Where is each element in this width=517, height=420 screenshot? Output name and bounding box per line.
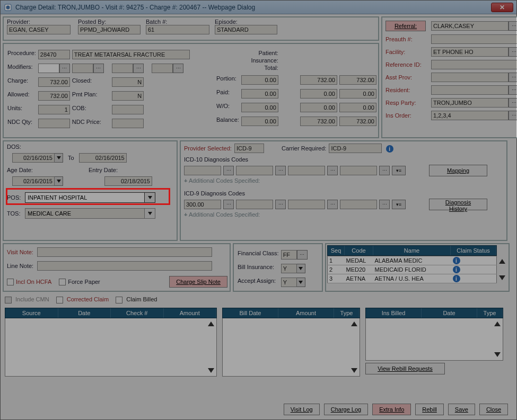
episode-field[interactable]: [215, 25, 277, 34]
extra-info-button[interactable]: Extra Info: [372, 404, 411, 415]
icd10-code4-field[interactable]: [340, 166, 377, 175]
closed-field[interactable]: [112, 77, 144, 87]
referral-field[interactable]: [431, 21, 509, 31]
carreq-info-icon[interactable]: i: [386, 145, 393, 153]
age-dropdown[interactable]: [55, 176, 63, 186]
ndcqty-field[interactable]: [38, 119, 70, 128]
table-row[interactable]: 3 AETNA AETNA / U.S. HEA i: [328, 274, 497, 283]
aa-field[interactable]: [281, 278, 297, 287]
modifier4-lookup-button[interactable]: ⋯: [173, 64, 183, 73]
visitnote-field[interactable]: [37, 247, 212, 257]
scroll-down-button[interactable]: [499, 275, 505, 280]
close-button[interactable]: Close: [479, 404, 508, 415]
dos-from-field[interactable]: [12, 153, 55, 163]
incl-hcfa-checkbox[interactable]: [7, 279, 14, 285]
pmtplan-field[interactable]: [112, 91, 144, 101]
units-field[interactable]: [38, 105, 70, 114]
icd10-code4-lookup[interactable]: ⋯: [379, 166, 390, 175]
diaghist-button[interactable]: Diagnosis History: [429, 199, 487, 210]
cob-field[interactable]: [112, 105, 144, 114]
allowed-field[interactable]: [38, 91, 70, 101]
postedby-field[interactable]: [78, 25, 141, 34]
window-close-button[interactable]: ✕: [491, 3, 513, 12]
icd10-code1-field[interactable]: [184, 166, 221, 175]
force-paper-checkbox[interactable]: [59, 279, 66, 285]
procedure-code-field[interactable]: [38, 50, 70, 59]
dos-to-field[interactable]: [79, 153, 127, 163]
icd9-code3-field[interactable]: [288, 200, 325, 209]
asst-field[interactable]: [431, 73, 509, 82]
info-icon[interactable]: i: [453, 257, 460, 264]
scroll-down-button[interactable]: [351, 368, 357, 373]
charge-field[interactable]: [38, 77, 70, 87]
asst-lookup-button[interactable]: ⋯: [509, 73, 517, 82]
table-row[interactable]: 1 MEDAL ALABAMA MEDIC i: [328, 256, 497, 265]
icd9-code4-lookup[interactable]: ⋯: [379, 200, 390, 209]
tos-select[interactable]: [25, 208, 155, 219]
charge-log-button[interactable]: Charge Log: [324, 404, 369, 415]
charge-slip-button[interactable]: Charge Slip Note: [169, 276, 227, 288]
icd9-code1-field[interactable]: [184, 200, 221, 209]
procedure-desc-field[interactable]: [72, 50, 190, 59]
modifier3-lookup-button[interactable]: ⋯: [133, 64, 144, 73]
referral-button[interactable]: Referral:: [385, 21, 426, 31]
icd9-code2-lookup[interactable]: ⋯: [275, 200, 286, 209]
icd9-code3-lookup[interactable]: ⋯: [327, 200, 338, 209]
pos-dropdown-arrow[interactable]: [145, 192, 155, 203]
entry-field[interactable]: [104, 176, 152, 186]
icd10-code2-field[interactable]: [236, 166, 273, 175]
preauth-field[interactable]: [431, 34, 517, 44]
info-icon[interactable]: i: [453, 275, 460, 282]
icd9-code2-field[interactable]: [236, 200, 273, 209]
icd10-code3-lookup[interactable]: ⋯: [327, 166, 338, 175]
include-cmn-checkbox[interactable]: [5, 297, 12, 303]
batch-field[interactable]: [146, 25, 209, 34]
icd10-code2-lookup[interactable]: ⋯: [275, 166, 286, 175]
modifier4-field[interactable]: [152, 64, 173, 73]
table-row[interactable]: 2 MED20 MEDICAID FLORID i: [328, 265, 497, 274]
pos-select[interactable]: [25, 192, 155, 203]
claim-billed-checkbox[interactable]: [116, 297, 122, 303]
save-button[interactable]: Save: [448, 404, 475, 415]
facility-lookup-button[interactable]: ⋯: [509, 47, 517, 57]
visit-log-button[interactable]: Visit Log: [284, 404, 320, 415]
facility-field[interactable]: [431, 47, 509, 57]
resp-field[interactable]: [431, 98, 509, 108]
resident-lookup-button[interactable]: ⋯: [509, 85, 517, 95]
ins-lookup-button[interactable]: ⋯: [509, 111, 517, 120]
scroll-up-button[interactable]: [499, 259, 505, 264]
aa-dropdown[interactable]: [297, 278, 305, 287]
refid-field[interactable]: [431, 60, 517, 69]
scroll-up-button[interactable]: [208, 321, 214, 326]
modifier3-field[interactable]: [112, 64, 133, 73]
rebill-button[interactable]: Rebill: [415, 404, 444, 415]
dos-from-dropdown[interactable]: [55, 153, 63, 163]
fc-lookup-button[interactable]: ⋯: [297, 250, 308, 260]
provider-field[interactable]: [7, 25, 71, 34]
icd10-code3-field[interactable]: [288, 166, 325, 175]
mapping-button[interactable]: Mapping: [429, 165, 487, 176]
scroll-down-button[interactable]: [494, 352, 501, 357]
tos-input[interactable]: [25, 208, 145, 219]
bi-dropdown[interactable]: [297, 264, 305, 273]
pos-input[interactable]: [25, 192, 145, 203]
resident-field[interactable]: [431, 85, 509, 95]
icd10-more-button[interactable]: ▾≡: [392, 166, 406, 175]
icd9-code4-field[interactable]: [340, 200, 377, 209]
bi-field[interactable]: [281, 264, 297, 273]
ndcprice-field[interactable]: [112, 119, 144, 128]
view-rebill-button[interactable]: View Rebill Requests: [365, 363, 445, 374]
ins-field[interactable]: [431, 111, 509, 120]
modifier2-lookup-button[interactable]: ⋯: [93, 64, 104, 73]
icd9-code1-lookup[interactable]: ⋯: [223, 200, 234, 209]
tos-dropdown-arrow[interactable]: [145, 208, 155, 219]
scroll-up-button[interactable]: [351, 321, 357, 326]
age-field[interactable]: [12, 176, 55, 186]
corrected-claim-checkbox[interactable]: [56, 297, 63, 303]
icd9-more-button[interactable]: ▾≡: [392, 200, 406, 209]
scroll-down-button[interactable]: [208, 368, 214, 373]
fc-field[interactable]: [281, 250, 297, 260]
resp-lookup-button[interactable]: ⋯: [509, 98, 517, 108]
modifier1-field[interactable]: [38, 64, 59, 73]
info-icon[interactable]: i: [453, 266, 460, 273]
